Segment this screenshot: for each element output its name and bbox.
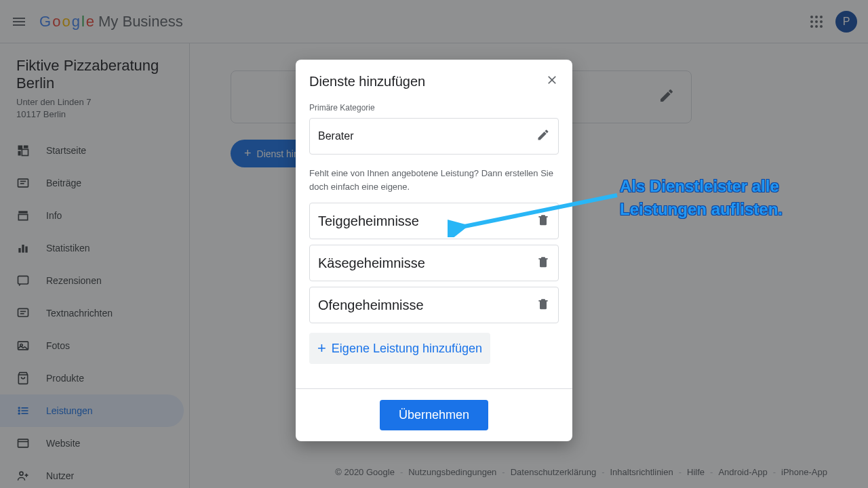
service-name: Ofengeheimnisse — [318, 298, 424, 313]
category-label: Primäre Kategorie — [309, 103, 559, 113]
service-name: Käsegeheimnisse — [318, 256, 425, 271]
add-services-dialog: Dienste hinzufügen Primäre Kategorie Ber… — [296, 60, 572, 441]
add-own-label: Eigene Leistung hinzufügen — [332, 342, 482, 356]
trash-icon[interactable] — [536, 213, 550, 229]
service-item[interactable]: Käsegeheimnisse — [309, 245, 559, 281]
dialog-title: Dienste hinzufügen — [309, 74, 425, 89]
plus-icon: + — [317, 340, 326, 357]
add-own-service-button[interactable]: + Eigene Leistung hinzufügen — [309, 333, 490, 364]
trash-icon[interactable] — [536, 255, 550, 271]
service-item[interactable]: Ofengeheimnisse — [309, 287, 559, 323]
submit-button[interactable]: Übernehmen — [380, 400, 488, 430]
category-value: Berater — [318, 130, 353, 142]
annotation-text: Als Dienstleister alle Leistungen auflis… — [620, 175, 783, 220]
trash-icon[interactable] — [536, 297, 550, 313]
category-field[interactable]: Berater — [309, 118, 559, 155]
close-icon[interactable] — [545, 73, 559, 89]
service-name: Teiggeheimnisse — [318, 214, 419, 229]
helper-text: Fehlt eine von Ihnen angebotene Leistung… — [309, 167, 559, 193]
edit-icon[interactable] — [536, 128, 550, 144]
service-item[interactable]: Teiggeheimnisse — [309, 203, 559, 239]
